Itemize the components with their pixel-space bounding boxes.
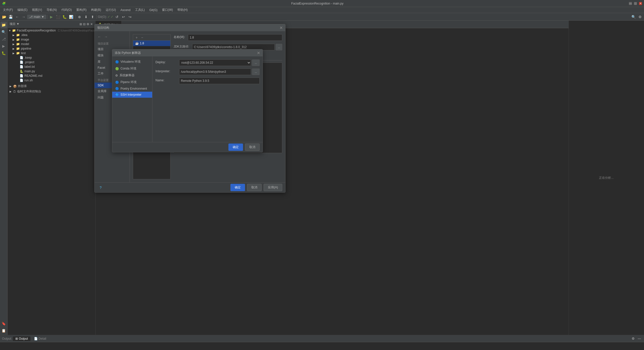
interp-system[interactable]: ⚙ 系统解释器 — [112, 72, 152, 79]
add-python-close[interactable]: ✕ — [257, 51, 260, 55]
activity-git[interactable]: ⎇ — [1, 36, 7, 42]
sdk-item-label: 1.8 — [140, 42, 144, 45]
tree-item-pipeline[interactable]: ▶ 📁 pipeline — [8, 46, 95, 51]
tree-item-project[interactable]: 📄 .project — [8, 60, 95, 64]
toolbar-search[interactable]: 🔍 — [630, 14, 636, 20]
activity-search[interactable]: 🔍 — [1, 29, 7, 35]
interp-virtualenv[interactable]: 🔵 Virtualenv 环境 — [112, 58, 152, 65]
tree-item-test[interactable]: ▶ 📁 test — [8, 51, 95, 55]
bottom-tab-output-icon: ⊞ — [15, 337, 18, 340]
help-icon[interactable]: ? — [100, 186, 102, 190]
menu-file[interactable]: 文件(F) — [1, 7, 15, 13]
tree-item-idea[interactable]: ▶ 📁 .idea — [8, 33, 95, 37]
toolbar-run[interactable]: ▶ — [49, 14, 55, 20]
tree-item-readme[interactable]: 📄 README.md — [8, 74, 95, 78]
sdk-jdk-browse[interactable]: ... — [276, 44, 282, 50]
panel-icon3[interactable]: ⚙ — [86, 22, 90, 26]
bottom-close-icon[interactable]: — — [637, 337, 642, 340]
activity-todo[interactable]: 📋 — [1, 327, 7, 334]
menu-edit[interactable]: 编辑(E) — [15, 7, 29, 13]
deploy-select[interactable]: root@123.60.208.54:22 — [179, 59, 251, 66]
menu-window[interactable]: 窗口(W) — [160, 7, 175, 13]
menu-run[interactable]: 运行(U) — [104, 7, 118, 13]
menu-tools[interactable]: 工具(L) — [133, 7, 147, 13]
interpreter-browse[interactable]: ... — [252, 68, 260, 75]
tree-item-keep[interactable]: 📄 .keep — [8, 55, 95, 60]
add-python-cancel[interactable]: 取消 — [245, 144, 260, 151]
toolbar-save[interactable]: 💾 — [8, 14, 14, 20]
sdk-name-input[interactable] — [188, 34, 282, 41]
interp-pipenv-icon: 🔵 — [115, 81, 119, 84]
nav-back[interactable]: ← — [97, 34, 102, 39]
name-input[interactable] — [179, 78, 260, 84]
tree-arrow-model: ▶ — [13, 43, 15, 46]
nav-forward[interactable]: → — [103, 34, 109, 39]
tree-label-runsh: run.sh — [24, 79, 33, 82]
sdk-add-btn[interactable]: + — [134, 35, 139, 40]
activity-debug[interactable]: 🐛 — [1, 50, 7, 56]
menu-help[interactable]: 帮助(H) — [175, 7, 190, 13]
project-dialog-apply[interactable]: 应用(A) — [264, 184, 282, 191]
interp-ssh-label: SSH Interpreter — [120, 93, 141, 96]
sdk-remove-btn[interactable]: − — [140, 35, 145, 40]
project-dialog-cancel[interactable]: 取消 — [247, 184, 262, 191]
bottom-settings-icon[interactable]: ⚙ — [631, 337, 636, 340]
panel-icon2[interactable]: ⊟ — [83, 22, 86, 26]
toolbar-pull[interactable]: ⬇ — [83, 14, 89, 20]
toolbar-branch[interactable]: ⎇ main ▼ — [27, 15, 46, 19]
minimize-button[interactable]: — — [629, 2, 632, 5]
tree-item-mainpy[interactable]: 🐍 main.py — [8, 69, 95, 74]
interp-ssh-icon: 🔷 — [115, 93, 119, 96]
tree-item-runsh[interactable]: 📄 run.sh — [8, 78, 95, 83]
panel-icon1[interactable]: ⊞ — [79, 22, 83, 26]
interp-poetry-icon: 🔵 — [115, 87, 119, 90]
tree-item-scratches[interactable]: ▶ 🗒 临时文件和控制台 — [8, 89, 95, 94]
menu-build[interactable]: 构建(B) — [89, 7, 103, 13]
toolbar-open[interactable]: 📂 — [1, 14, 7, 20]
toolbar-back[interactable]: ← — [14, 14, 20, 20]
menu-ascend[interactable]: Ascend — [118, 8, 133, 12]
tree-item-labeltxt[interactable]: 📄 label.txt — [8, 64, 95, 69]
project-dialog-close[interactable]: ✕ — [279, 25, 283, 30]
interp-conda[interactable]: 🟢 Conda 环境 — [112, 65, 152, 72]
menu-code[interactable]: 代码(O) — [59, 7, 74, 13]
bottom-tab-detail[interactable]: 📄 Detail — [31, 336, 49, 341]
menu-refactor[interactable]: 重构(R) — [74, 7, 89, 13]
bottom-tab-output[interactable]: ⊞ Output — [13, 336, 30, 341]
toolbar-forward[interactable]: → — [21, 14, 27, 20]
tree-root[interactable]: ▼ 📁 FacialExpressionRecognition C:\Users… — [8, 28, 95, 33]
interp-pipenv[interactable]: 🔵 Pipenv 环境 — [112, 79, 152, 86]
toolbar-undo[interactable]: ↩ — [120, 14, 127, 20]
toolbar-debug[interactable]: 🐛 — [62, 14, 68, 20]
panel-icon4[interactable]: ✕ — [90, 22, 93, 26]
interpreter-label: Interpreter: — [155, 69, 178, 73]
sdk-list-item-18[interactable]: ☕ 1.8 — [133, 41, 170, 46]
interp-poetry[interactable]: 🔵 Poetry Environment — [112, 86, 152, 92]
menu-nav[interactable]: 导航(N) — [45, 7, 59, 13]
toolbar-push[interactable]: ⬆ — [90, 14, 96, 20]
interp-ssh[interactable]: 🔷 SSH Interpreter — [112, 92, 152, 98]
toolbar-coverage[interactable]: 📊 — [68, 14, 74, 20]
tree-item-image[interactable]: ▶ 📁 image — [8, 37, 95, 42]
toolbar-redo[interactable]: ↪ — [127, 14, 133, 20]
menu-git[interactable]: Git(G) — [147, 8, 159, 12]
toolbar-settings[interactable]: ⚙ — [637, 14, 643, 20]
interpreter-input[interactable] — [179, 68, 251, 75]
close-button[interactable]: ✕ — [639, 2, 642, 5]
add-python-ok[interactable]: 确定 — [228, 144, 243, 151]
activity-bookmarks[interactable]: 🔖 — [1, 320, 7, 327]
toolbar-vcs[interactable]: ⊕ — [76, 14, 83, 20]
tree-item-model[interactable]: ▶ 📁 model — [8, 42, 95, 46]
menu-view[interactable]: 视图(V) — [30, 7, 44, 13]
maximize-button[interactable]: □ — [634, 2, 637, 5]
toolbar: 📂 💾 ← → ⎇ main ▼ ▶ ⬛ 🐛 📊 ⊕ ⬇ ⬆ Git(O): ✓… — [0, 13, 644, 21]
activity-run[interactable]: ▶ — [1, 43, 7, 49]
project-dialog-ok[interactable]: 确定 — [230, 184, 245, 191]
deploy-browse[interactable]: ... — [252, 59, 260, 66]
activity-project[interactable]: 📁 — [1, 22, 7, 28]
toolbar-stop[interactable]: ⬛ — [55, 14, 61, 20]
file-tree: ▼ 📁 FacialExpressionRecognition C:\Users… — [8, 28, 95, 335]
interp-pipenv-label: Pipenv 环境 — [120, 80, 137, 84]
tree-item-external[interactable]: ▶ 📦 外部库 — [8, 84, 95, 89]
toolbar-git-extra[interactable]: ↺ — [114, 14, 120, 20]
